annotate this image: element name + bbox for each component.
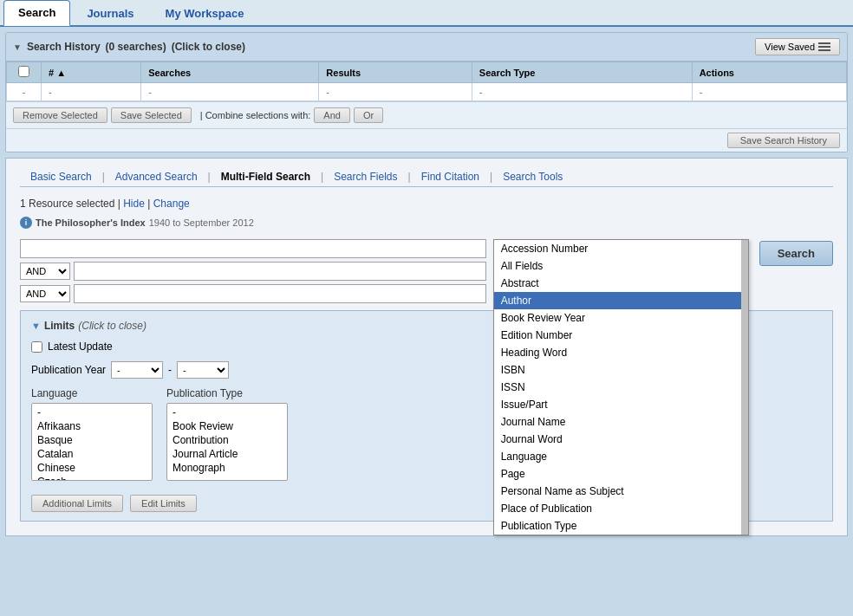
dropdown-item-book-review-year[interactable]: Book Review Year [494,309,741,327]
table-cell-actions: - [692,83,846,101]
table-cell-num: - [42,83,141,101]
search-history-header: ▼ Search History (0 searches) (Click to … [6,33,847,62]
dropdown-item-issue-part[interactable]: Issue/Part [494,396,741,413]
dropdown-item-author[interactable]: Author [494,292,741,309]
history-table: # ▲ Searches Results Search Type Actions… [6,62,847,101]
field-type-dropdown: Accession Number All Fields Abstract Aut… [493,239,749,535]
pubtype-col: Publication Type - Book Review Contribut… [166,387,288,481]
pub-year-to-select[interactable]: - [177,361,229,379]
dropdown-item-abstract[interactable]: Abstract [494,275,741,292]
search-tabs: Basic Search | Advanced Search | Multi-F… [20,167,833,187]
bool-select-2[interactable]: ANDORNOT [20,263,70,280]
pub-year-label: Publication Year [31,364,106,376]
field-row-2: ANDORNOT [20,262,486,281]
limits-click-close: (Click to close) [78,320,147,332]
change-link[interactable]: Change [153,198,190,210]
right-fields-col: Author All Fields Abstract ▼ All Fields … [493,239,749,303]
tab-multi-field-search[interactable]: Multi-Field Search [211,167,321,186]
dropdown-item-issn[interactable]: ISSN [494,379,741,396]
checkbox-col-header [7,62,42,83]
search-type-col-header: Search Type [472,62,692,83]
language-label: Language [31,387,153,399]
combine-label: | Combine selections with: [200,110,311,120]
tab-my-workspace[interactable]: My Workspace [151,1,259,25]
dropdown-item-language[interactable]: Language [494,448,741,465]
table-cell-type: - [472,83,692,101]
num-col-header: # ▲ [42,62,141,83]
save-search-history-button[interactable]: Save Search History [727,133,840,148]
tab-search[interactable]: Search [3,0,70,26]
main-search-area: Basic Search | Advanced Search | Multi-F… [5,158,848,536]
dropdown-item-personal-name[interactable]: Personal Name as Subject [494,483,741,500]
resource-name: The Philosopher's Index [36,217,146,228]
latest-update-checkbox[interactable] [31,341,42,353]
top-nav: Search Journals My Workspace [0,0,853,27]
resource-date: 1940 to September 2012 [149,217,254,228]
search-input-3[interactable] [74,284,486,303]
save-history-row: Save Search History [6,128,847,152]
view-saved-label: View Saved [765,42,815,52]
edit-limits-button[interactable]: Edit Limits [130,495,197,512]
table-cell-search: - [141,83,319,101]
dropdown-item-heading-word[interactable]: Heading Word [494,344,741,361]
search-button[interactable]: Search [759,241,833,266]
field-row-1 [20,239,486,258]
pub-year-from-select[interactable]: - [111,361,163,379]
pub-year-dash: - [168,364,172,376]
info-icon: i [20,217,32,229]
history-actions-row: Remove Selected Save Selected | Combine … [6,101,847,128]
hide-link[interactable]: Hide [123,198,145,210]
bool-select-3[interactable]: ANDORNOT [20,285,70,302]
search-history-title[interactable]: ▼ Search History (0 searches) (Click to … [13,41,245,53]
remove-selected-button[interactable]: Remove Selected [13,107,107,123]
dropdown-item-accession[interactable]: Accession Number [494,240,741,257]
search-input-area: ANDORNOT ANDORNOT Author All Fields Abst… [20,239,833,303]
search-count: (0 searches) [106,41,166,53]
tab-find-citation[interactable]: Find Citation [411,167,490,186]
resource-bar: 1 Resource selected | Hide | Change [20,198,833,210]
search-input-1[interactable] [20,239,486,258]
field-row-3: ANDORNOT [20,284,486,303]
view-saved-button[interactable]: View Saved [755,38,840,55]
dropdown-scroll[interactable]: Accession Number All Fields Abstract Aut… [494,240,748,535]
dropdown-item-journal-word[interactable]: Journal Word [494,431,741,448]
pubtype-listbox[interactable]: - Book Review Contribution Journal Artic… [166,403,288,481]
collapse-arrow-icon: ▼ [13,42,22,52]
searches-col-header: Searches [141,62,319,83]
click-to-close: (Click to close) [172,41,245,53]
tab-journals[interactable]: Journals [72,1,148,25]
table-cell-results: - [319,83,472,101]
search-input-2[interactable] [74,262,486,281]
tab-search-fields[interactable]: Search Fields [323,167,407,186]
search-history-label: Search History [27,41,101,53]
table-row: - - - - - - [7,83,847,101]
resource-count: 1 Resource selected [20,198,114,210]
dropdown-item-pub-type[interactable]: Publication Type [494,517,741,535]
left-fields: ANDORNOT ANDORNOT [20,239,486,303]
lines-icon [818,42,830,51]
save-selected-button[interactable]: Save Selected [111,107,192,123]
search-history-panel: ▼ Search History (0 searches) (Click to … [5,32,848,152]
or-button[interactable]: Or [354,107,383,123]
table-cell-check: - [7,83,42,101]
resource-info: i The Philosopher's Index 1940 to Septem… [20,217,833,229]
tab-basic-search[interactable]: Basic Search [20,167,102,186]
and-button[interactable]: And [314,107,350,123]
dropdown-item-page[interactable]: Page [494,465,741,483]
limits-collapse-icon: ▼ [31,321,41,331]
tab-advanced-search[interactable]: Advanced Search [105,167,208,186]
dropdown-item-all-fields[interactable]: All Fields [494,257,741,275]
language-listbox[interactable]: - Afrikaans Basque Catalan Chinese Czech [31,403,153,481]
dropdown-item-journal-name[interactable]: Journal Name [494,413,741,431]
language-col: Language - Afrikaans Basque Catalan Chin… [31,387,153,481]
dropdown-item-edition-number[interactable]: Edition Number [494,327,741,344]
additional-limits-button[interactable]: Additional Limits [31,495,123,512]
dropdown-item-place-pub[interactable]: Place of Publication [494,500,741,517]
actions-col-header: Actions [692,62,846,83]
latest-update-label: Latest Update [48,340,113,353]
tab-search-tools[interactable]: Search Tools [492,167,573,186]
pubtype-label: Publication Type [166,387,288,399]
limits-label: Limits [44,320,75,332]
dropdown-item-isbn[interactable]: ISBN [494,361,741,379]
select-all-checkbox[interactable] [18,66,29,77]
